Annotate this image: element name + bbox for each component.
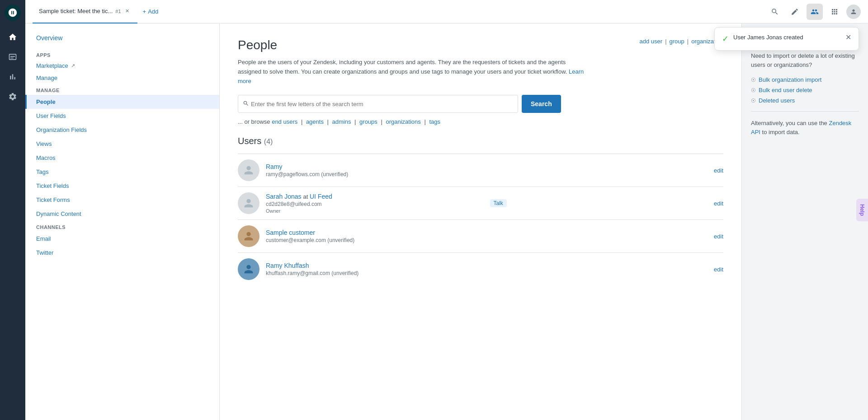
user-meta: edit (714, 167, 723, 174)
topbar: Sample ticket: Meet the tic... #1 ✕ + Ad… (25, 0, 868, 23)
sidebar-item-ticket-forms[interactable]: Ticket Forms (25, 193, 219, 207)
apps-topbar-icon[interactable] (826, 4, 843, 20)
avatar (238, 225, 259, 247)
app-logo[interactable] (5, 5, 21, 21)
page-title: People (238, 38, 277, 52)
home-icon[interactable] (4, 28, 22, 46)
sidebar-item-people[interactable]: People (25, 95, 219, 109)
user-name-link[interactable]: Sample customer (266, 229, 315, 236)
sidebar-item-user-fields[interactable]: User Fields (25, 109, 219, 123)
sidebar-item-twitter[interactable]: Twitter (25, 246, 219, 260)
sidebar-item-email[interactable]: Email (25, 232, 219, 246)
user-info: Ramy ramy@pageflows.com (unverified) (266, 163, 708, 177)
panel-divider (751, 111, 859, 112)
people-topbar-icon[interactable] (807, 4, 823, 20)
browse-end-users[interactable]: end users (272, 118, 297, 125)
table-row: Ramy ramy@pageflows.com (unverified) edi… (238, 154, 723, 187)
user-info: Ramy Khuffash khuffash.ramy@gmail.com (u… (266, 262, 708, 276)
browse-organizations[interactable]: organizations (386, 118, 420, 125)
sidebar-item-tags[interactable]: Tags (25, 165, 219, 179)
search-input[interactable] (251, 101, 513, 107)
notification-close-button[interactable]: ✕ (845, 34, 851, 41)
manage-section-label: MANAGE (25, 84, 219, 95)
user-avatar[interactable] (846, 5, 861, 19)
user-email: customer@example.com (unverified) (266, 237, 708, 243)
marketplace-label: Marketplace (36, 62, 68, 69)
people-header: People add user | group | organization (238, 38, 723, 52)
icon-rail (0, 0, 25, 420)
sidebar-item-macros[interactable]: Macros (25, 151, 219, 165)
people-description: People are the users of your Zendesk, in… (238, 58, 590, 86)
circle-arrow-icon: ☉ (751, 77, 756, 83)
edit-link[interactable]: edit (714, 200, 723, 207)
deleted-users-label: Deleted users (759, 97, 795, 104)
right-panel-alt-text: Alternatively, you can use the Zendesk A… (751, 119, 859, 136)
user-info: Sarah Jonas at UI Feed cd2d28e8@uifeed.c… (266, 193, 484, 214)
search-topbar-icon[interactable] (767, 4, 783, 20)
browse-groups[interactable]: groups (359, 118, 377, 125)
user-info: Sample customer customer@example.com (un… (266, 229, 708, 243)
people-page: People add user | group | organization P… (220, 23, 741, 420)
sidebar-item-views[interactable]: Views (25, 137, 219, 151)
user-name-link[interactable]: Sarah Jonas (266, 193, 302, 200)
user-meta: edit (714, 233, 723, 240)
avatar (238, 159, 259, 181)
notification-toast: ✓ User James Jonas created ✕ (714, 27, 859, 51)
circle-arrow-icon: ☉ (751, 98, 756, 104)
sidebar-overview[interactable]: Overview (25, 31, 219, 49)
user-email: cd2d28e8@uifeed.com (266, 201, 484, 207)
learn-more-link[interactable]: Learn more (238, 68, 584, 84)
browse-tags[interactable]: tags (429, 118, 440, 125)
add-tab-button[interactable]: + Add (137, 0, 164, 23)
circle-arrow-icon: ☉ (751, 87, 756, 93)
sidebar-item-dynamic-content[interactable]: Dynamic Content (25, 207, 219, 221)
search-button[interactable]: Search (522, 95, 561, 113)
user-name-link[interactable]: Ramy (266, 163, 283, 170)
deleted-users-link[interactable]: ☉ Deleted users (751, 97, 859, 104)
user-org-link[interactable]: UI Feed (310, 193, 332, 200)
sidebar-item-ticket-fields[interactable]: Ticket Fields (25, 179, 219, 193)
search-input-wrap (238, 95, 518, 113)
edit-link[interactable]: edit (714, 167, 723, 174)
sidebar-manage-link[interactable]: Manage (25, 72, 219, 84)
bulk-user-delete-link[interactable]: ☉ Bulk end user delete (751, 87, 859, 93)
add-group-link[interactable]: group (670, 38, 684, 45)
sidebar-marketplace-link[interactable]: Marketplace ↗ (25, 60, 219, 72)
notification-message: User James Jonas created (733, 34, 841, 41)
talk-badge: Talk (490, 199, 507, 207)
sidebar: Overview APPS Marketplace ↗ Manage MANAG… (25, 23, 220, 420)
reports-icon[interactable] (4, 68, 22, 86)
sidebar-item-org-fields[interactable]: Organization Fields (25, 123, 219, 137)
edit-link[interactable]: edit (714, 233, 723, 240)
user-name-link[interactable]: Ramy Khuffash (266, 262, 309, 269)
users-section-title: Users (4) (238, 136, 723, 146)
tab-number: #1 (115, 9, 121, 14)
avatar (238, 258, 259, 280)
active-tab[interactable]: Sample ticket: Meet the tic... #1 ✕ (33, 0, 137, 23)
browse-agents[interactable]: agents (306, 118, 324, 125)
user-meta: edit (714, 266, 723, 273)
external-link-icon: ↗ (71, 63, 75, 69)
main-wrapper: Sample ticket: Meet the tic... #1 ✕ + Ad… (25, 0, 868, 420)
table-row: Ramy Khuffash khuffash.ramy@gmail.com (u… (238, 252, 723, 285)
tickets-icon[interactable] (4, 48, 22, 66)
avatar (238, 192, 259, 214)
right-panel-description: Need to import or delete a lot of existi… (751, 51, 859, 69)
table-row: Sarah Jonas at UI Feed cd2d28e8@uifeed.c… (238, 187, 723, 219)
browse-admins[interactable]: admins (332, 118, 351, 125)
tab-close-button[interactable]: ✕ (124, 8, 131, 15)
add-user-link[interactable]: add user (640, 38, 663, 45)
bulk-org-import-link[interactable]: ☉ Bulk organization import (751, 76, 859, 83)
edit-link[interactable]: edit (714, 266, 723, 273)
admin-icon[interactable] (4, 88, 22, 106)
browse-links: ... or browse end users | agents | admin… (238, 118, 723, 125)
apps-section-label: APPS (25, 49, 219, 60)
tab-label: Sample ticket: Meet the tic... (39, 8, 113, 14)
user-name: Sarah Jonas at UI Feed (266, 193, 484, 200)
user-name: Ramy Khuffash (266, 262, 708, 269)
help-button[interactable]: Help (856, 199, 868, 221)
bulk-org-import-label: Bulk organization import (759, 76, 821, 83)
topbar-right (767, 4, 861, 20)
compose-icon[interactable] (787, 4, 803, 20)
user-badges: Talk (490, 199, 708, 207)
